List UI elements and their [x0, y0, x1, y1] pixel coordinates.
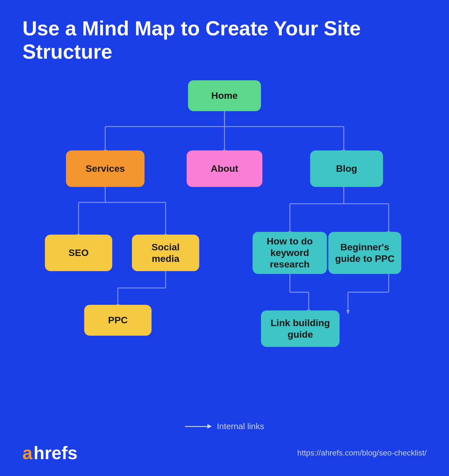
ahrefs-logo: a hrefs [22, 444, 77, 462]
mind-map: Home Services About Blog SEO Social medi… [22, 75, 427, 397]
footer-url: https://ahrefs.com/blog/seo-checklist/ [297, 448, 427, 457]
node-ppc: PPC [84, 305, 152, 336]
legend-arrowhead [207, 424, 212, 429]
footer: a hrefs https://ahrefs.com/blog/seo-chec… [22, 444, 427, 462]
node-link-building: Link building guide [261, 310, 340, 347]
node-blog: Blog [310, 150, 383, 187]
legend-label: Internal links [217, 422, 264, 431]
main-container: Use a Mind Map to Create Your Site Struc… [0, 0, 449, 476]
node-about: About [187, 150, 262, 187]
svg-marker-34 [346, 310, 350, 315]
node-social-media: Social media [132, 235, 199, 271]
node-seo: SEO [45, 235, 112, 271]
legend-arrow-icon [185, 424, 212, 429]
page-title: Use a Mind Map to Create Your Site Struc… [22, 17, 427, 63]
legend-line [185, 426, 207, 427]
node-ppc-guide: Beginner's guide to PPC [328, 232, 401, 274]
logo-a: a [22, 444, 33, 462]
legend: Internal links [185, 422, 264, 431]
node-home: Home [188, 80, 261, 111]
logo-hrefs: hrefs [34, 444, 78, 462]
node-services: Services [66, 150, 145, 187]
node-keyword-research: How to do keyword research [253, 232, 327, 274]
